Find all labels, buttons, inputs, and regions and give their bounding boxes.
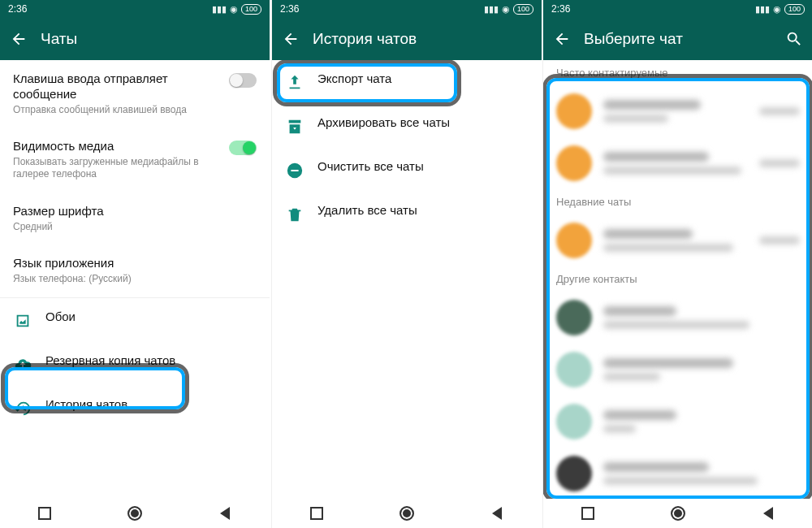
signal-icon: ▮▮▮ [484,4,499,15]
section-recent: Недавние чаты [543,189,812,214]
avatar [556,300,592,335]
page-title: История чатов [313,30,532,48]
triple-screenshot: 2:36 ▮▮▮ ◉ 100 Чаты Клавиша ввода отправ… [0,0,812,528]
toggle-media-visibility[interactable] [229,141,257,155]
wifi-icon: ◉ [773,4,781,15]
contact-row[interactable] [543,292,812,344]
contact-row[interactable] [543,448,812,499]
wallpaper-icon [13,311,32,331]
screen-chats-settings: 2:36 ▮▮▮ ◉ 100 Чаты Клавиша ввода отправ… [0,0,270,528]
row-archive-all[interactable]: Архивировать все чаты [272,104,542,148]
timestamp [759,107,800,115]
timestamp [759,159,800,167]
row-media-visibility[interactable]: Видимость медиа Показывать загруженные м… [0,128,270,193]
row-wallpaper[interactable]: Обои [0,298,270,342]
row-font-size[interactable]: Размер шрифта Средний [0,193,270,245]
row-title: Архивировать все чаты [317,115,529,131]
toggle-enter-send[interactable] [229,73,257,88]
row-title: Очистить все чаты [317,159,529,175]
history-icon [13,399,32,418]
app-bar: История чатов [272,18,542,60]
cloud-upload-icon [13,355,32,374]
row-title: Язык приложения [13,256,257,271]
contact-row[interactable] [543,344,812,396]
row-title: Обои [45,309,257,325]
avatar [556,93,592,129]
status-icons: ▮▮▮ ◉ 100 [212,4,261,15]
row-subtitle: Отправка сообщений клавишей ввода [13,104,216,117]
section-frequent: Часто контактируемые [543,60,812,85]
avatar [556,456,592,491]
contact-row[interactable] [543,214,812,266]
row-title: Экспорт чата [317,71,529,87]
page-title: Выберите чат [584,30,772,48]
back-nav-button[interactable] [217,505,233,522]
history-options-list: Экспорт чата Архивировать все чаты Очист… [272,60,542,499]
battery-icon: 100 [241,4,261,15]
app-bar: Чаты [0,18,270,60]
row-enter-send[interactable]: Клавиша ввода отправляет сообщение Отпра… [0,60,270,128]
row-delete-all[interactable]: Удалить все чаты [272,192,542,236]
row-subtitle: Показывать загруженные медиафайлы в гале… [13,156,216,181]
status-icons: ▮▮▮ ◉ 100 [755,4,805,15]
android-nav-bar [543,499,812,528]
home-button[interactable] [399,505,415,522]
status-bar: 2:36 ▮▮▮ ◉ 100 [272,0,542,18]
chat-picker-list: Часто контактируемые Недавние чаты Други… [543,60,812,499]
battery-icon: 100 [513,4,533,15]
row-clear-all[interactable]: Очистить все чаты [272,148,542,192]
row-title: Клавиша ввода отправляет сообщение [13,71,216,102]
battery-icon: 100 [784,4,805,15]
home-button[interactable] [670,505,686,522]
home-button[interactable] [127,505,143,522]
signal-icon: ▮▮▮ [212,4,227,15]
status-icons: ▮▮▮ ◉ 100 [484,4,533,15]
archive-icon [285,117,304,136]
avatar [556,223,592,258]
contact-row[interactable] [543,137,812,189]
wifi-icon: ◉ [230,4,238,15]
app-bar: Выберите чат [543,18,812,60]
back-nav-button[interactable] [760,505,776,522]
avatar [556,352,592,387]
recents-button[interactable] [37,505,53,522]
contact-row[interactable] [543,396,812,448]
row-chat-backup[interactable]: Резервная копия чатов [0,342,270,386]
status-bar: 2:36 ▮▮▮ ◉ 100 [543,0,812,18]
contact-row[interactable] [543,85,812,137]
screen-select-chat: 2:36 ▮▮▮ ◉ 100 Выберите чат Часто контак… [542,0,812,528]
android-nav-bar [0,499,270,528]
back-button[interactable] [10,30,28,48]
signal-icon: ▮▮▮ [755,4,770,15]
row-title: Видимость медиа [13,139,216,154]
status-time: 2:36 [551,3,570,15]
status-time: 2:36 [280,3,299,15]
search-button[interactable] [785,30,803,48]
back-button[interactable] [553,30,571,48]
row-app-language[interactable]: Язык приложения Язык телефона: (Русский) [0,245,270,296]
settings-list: Клавиша ввода отправляет сообщение Отпра… [0,60,270,499]
row-chat-history[interactable]: История чатов [0,386,270,430]
status-bar: 2:36 ▮▮▮ ◉ 100 [0,0,270,18]
back-nav-button[interactable] [489,505,505,522]
status-time: 2:36 [8,3,27,15]
row-export-chat[interactable]: Экспорт чата [272,60,542,104]
page-title: Чаты [41,30,260,48]
clear-icon [285,161,304,180]
recents-button[interactable] [309,505,325,522]
android-nav-bar [272,499,542,528]
row-title: Удалить все чаты [317,203,529,219]
row-title: Резервная копия чатов [45,353,257,369]
delete-icon [285,205,304,224]
row-subtitle: Средний [13,221,257,234]
avatar [556,145,592,181]
screen-chat-history: 2:36 ▮▮▮ ◉ 100 История чатов Экспорт чат… [271,0,542,528]
row-subtitle: Язык телефона: (Русский) [13,273,257,286]
back-button[interactable] [282,30,300,48]
timestamp [759,236,800,245]
row-title: Размер шрифта [13,204,257,219]
export-icon [285,73,304,93]
section-other: Другие контакты [543,266,812,292]
row-title: История чатов [45,397,257,413]
recents-button[interactable] [580,505,596,522]
